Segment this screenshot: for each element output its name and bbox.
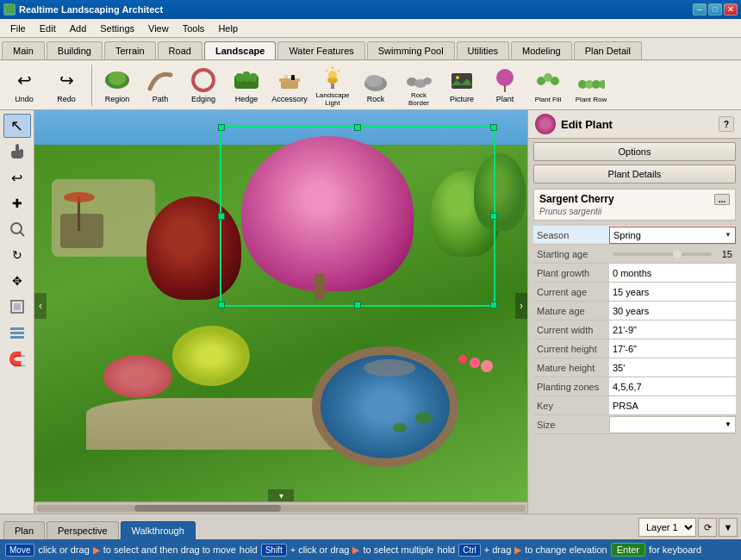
layers-button[interactable] bbox=[3, 320, 31, 345]
undo-button[interactable]: ↩ Undo bbox=[3, 63, 45, 108]
starting-age-label: Starting age bbox=[533, 249, 609, 259]
rock-border-label: Rock Border bbox=[401, 91, 437, 107]
edging-label: Edging bbox=[191, 95, 215, 103]
hedge-button[interactable]: Hedge bbox=[226, 63, 267, 108]
hand-tool-button[interactable] bbox=[3, 140, 31, 164]
current-width-label: Current width bbox=[533, 325, 609, 335]
svg-point-28 bbox=[551, 77, 559, 85]
titlebar-left: 🌿 Realtime Landscaping Architect bbox=[3, 3, 163, 16]
mature-age-row: Mature age 30 years bbox=[533, 302, 736, 320]
left-sidebar: ↖ ↩ ✚ ↻ ✥ 🧲 bbox=[0, 110, 34, 513]
menu-file[interactable]: File bbox=[3, 22, 33, 35]
tab-building[interactable]: Building bbox=[47, 41, 103, 59]
svg-rect-5 bbox=[243, 72, 250, 82]
picture-button[interactable]: Picture bbox=[441, 63, 483, 108]
starting-age-slider[interactable] bbox=[613, 252, 712, 256]
svg-point-24 bbox=[496, 69, 514, 86]
edging-button[interactable]: Edging bbox=[183, 63, 224, 108]
titlebar-controls: ─ □ ✕ bbox=[693, 3, 738, 16]
tab-modeling[interactable]: Modeling bbox=[511, 41, 572, 59]
edit-plant-title: Edit Plant bbox=[561, 118, 713, 131]
rock-border-button[interactable]: Rock Border bbox=[398, 63, 439, 108]
canvas-nav-down[interactable]: ▾ bbox=[268, 489, 294, 501]
tab-plan-detail[interactable]: Plan Detail bbox=[574, 41, 642, 59]
view-tab-perspective[interactable]: Perspective bbox=[47, 521, 118, 539]
starting-age-slider-container: 15 bbox=[609, 249, 736, 259]
svg-line-16 bbox=[326, 70, 327, 72]
plant-row-button[interactable]: Plant Row bbox=[570, 63, 612, 108]
tab-main[interactable]: Main bbox=[2, 41, 45, 59]
svg-point-18 bbox=[365, 75, 383, 87]
path-button[interactable]: Path bbox=[140, 63, 181, 108]
layer-select[interactable]: Layer 1 Layer 2 Layer 3 bbox=[638, 518, 696, 537]
region-button[interactable]: Region bbox=[97, 63, 138, 108]
slider-thumb[interactable] bbox=[673, 250, 682, 258]
tab-landscape[interactable]: Landscape bbox=[204, 41, 276, 59]
tab-road[interactable]: Road bbox=[158, 41, 202, 59]
menu-view[interactable]: View bbox=[141, 22, 176, 35]
view-tab-walkthrough[interactable]: Walkthrough bbox=[121, 521, 196, 539]
tab-swimming-pool[interactable]: Swimming Pool bbox=[367, 41, 455, 59]
rock-button[interactable]: Rock bbox=[355, 63, 396, 108]
size-dropdown[interactable]: ▼ bbox=[609, 416, 736, 433]
snap-button[interactable]: 🧲 bbox=[3, 346, 31, 370]
plant-label: Plant bbox=[496, 95, 514, 103]
undo-sidebar-button[interactable]: ↩ bbox=[3, 165, 31, 190]
menu-settings[interactable]: Settings bbox=[93, 22, 141, 35]
accessory-button[interactable]: Accessory bbox=[269, 63, 310, 108]
minimize-button[interactable]: ─ bbox=[693, 3, 707, 16]
region-label: Region bbox=[105, 95, 130, 103]
tab-terrain[interactable]: Terrain bbox=[104, 41, 156, 59]
season-dropdown-arrow: ▼ bbox=[725, 231, 732, 239]
svg-rect-39 bbox=[10, 336, 24, 339]
pan-button[interactable]: ✥ bbox=[3, 269, 31, 293]
undo-label: Undo bbox=[15, 95, 34, 103]
landscape-light-label: Landscape Light bbox=[314, 91, 351, 107]
maximize-button[interactable]: □ bbox=[708, 3, 722, 16]
hscroll-track[interactable] bbox=[36, 505, 526, 512]
menu-edit[interactable]: Edit bbox=[33, 22, 63, 35]
view-icon-refresh[interactable]: ⟳ bbox=[698, 518, 717, 537]
redo-icon: ↪ bbox=[53, 66, 80, 94]
select-tool-button[interactable]: ↖ bbox=[3, 114, 31, 138]
tab-water-features[interactable]: Water Features bbox=[277, 41, 364, 59]
landscape-light-button[interactable]: Landscape Light bbox=[312, 63, 353, 108]
close-button[interactable]: ✕ bbox=[724, 3, 738, 16]
status-instruction-3: + click or drag bbox=[290, 544, 350, 555]
plant-fill-button[interactable]: Plant Fill bbox=[527, 63, 569, 108]
move-button[interactable] bbox=[3, 295, 31, 319]
canvas-nav-right[interactable]: › bbox=[515, 293, 527, 319]
menu-help[interactable]: Help bbox=[211, 22, 245, 35]
help-button[interactable]: ? bbox=[719, 116, 734, 132]
hedge-label: Hedge bbox=[235, 95, 258, 103]
starting-age-row: Starting age 15 bbox=[533, 245, 736, 264]
plant-details-button[interactable]: Plant Details bbox=[533, 165, 736, 184]
canvas-hscroll[interactable] bbox=[34, 501, 527, 513]
status-instruction-7: for keyboard bbox=[649, 544, 701, 555]
canvas-nav-left[interactable]: ‹ bbox=[34, 293, 47, 319]
view-tab-plan[interactable]: Plan bbox=[3, 521, 45, 539]
plant-button[interactable]: Plant bbox=[484, 63, 526, 108]
season-dropdown[interactable]: Spring ▼ bbox=[609, 227, 736, 244]
size-row: Size ▼ bbox=[533, 415, 736, 434]
redo-button[interactable]: ↪ Redo bbox=[46, 63, 87, 108]
svg-rect-36 bbox=[14, 303, 21, 310]
mature-age-label: Mature age bbox=[533, 306, 609, 316]
canvas-area[interactable]: ‹ › ▾ bbox=[34, 110, 527, 513]
season-row: Season Spring ▼ bbox=[533, 226, 736, 245]
point-tool-button[interactable]: ✚ bbox=[3, 191, 31, 215]
app-title: Realtime Landscaping Architect bbox=[19, 4, 163, 15]
view-icon-down[interactable]: ▼ bbox=[719, 518, 738, 537]
tab-utilities[interactable]: Utilities bbox=[457, 41, 509, 59]
orbit-button[interactable]: ↻ bbox=[3, 243, 31, 267]
flower-3 bbox=[481, 360, 493, 372]
menu-tools[interactable]: Tools bbox=[176, 22, 212, 35]
green-tree-2 bbox=[474, 153, 526, 231]
current-height-value: 17'-6" bbox=[609, 339, 736, 358]
plant-browse-button[interactable]: ... bbox=[714, 194, 730, 205]
menu-add[interactable]: Add bbox=[63, 22, 94, 35]
zoom-tool-button[interactable] bbox=[3, 217, 31, 241]
plant-fill-icon bbox=[534, 67, 562, 95]
hscroll-thumb[interactable] bbox=[134, 505, 281, 512]
options-button[interactable]: Options bbox=[533, 142, 736, 161]
